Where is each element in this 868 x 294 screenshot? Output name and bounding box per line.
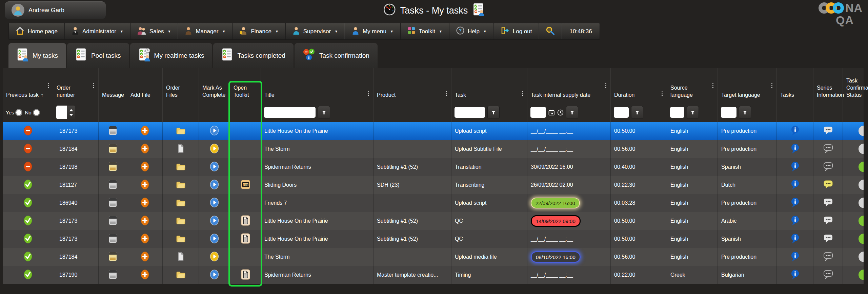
- menu-item-sales[interactable]: Sales▼: [130, 23, 178, 39]
- add-file-icon[interactable]: [140, 269, 149, 281]
- title-filter-input[interactable]: [264, 107, 316, 118]
- add-file-icon[interactable]: [140, 161, 149, 173]
- task-info-icon[interactable]: [791, 143, 800, 155]
- column-header-title[interactable]: Title: [261, 68, 374, 103]
- tab-tasks-completed[interactable]: Tasks completed: [213, 43, 294, 68]
- duration-filter-funnel-button[interactable]: [631, 106, 643, 119]
- message-icon[interactable]: [108, 252, 117, 263]
- source-language-filter-input[interactable]: [670, 107, 684, 118]
- column-menu-icon[interactable]: [367, 90, 370, 97]
- user-badge[interactable]: Andrew Garb: [5, 1, 106, 19]
- message-icon[interactable]: [108, 216, 117, 227]
- task-info-icon[interactable]: [791, 197, 800, 209]
- task-info-icon[interactable]: [791, 233, 800, 245]
- mark-as-complete-play-icon[interactable]: [210, 180, 219, 191]
- order-files-file-icon[interactable]: [177, 144, 184, 154]
- add-file-icon[interactable]: [140, 143, 149, 155]
- tab-my-realtime-tasks[interactable]: My realtime tasks: [130, 43, 213, 68]
- message-icon[interactable]: [108, 234, 117, 245]
- open-toolkit-document-icon[interactable]: [241, 215, 250, 227]
- mark-as-complete-play-icon[interactable]: [210, 270, 219, 281]
- task-info-icon[interactable]: [791, 179, 800, 191]
- table-row[interactable]: 187184The StormUpload media file08/10/20…: [3, 248, 864, 266]
- add-file-icon[interactable]: [140, 251, 149, 263]
- task-info-icon[interactable]: [791, 215, 800, 227]
- mark-as-complete-play-icon[interactable]: [210, 144, 219, 155]
- column-header-open-toolkit[interactable]: Open Toolkit: [230, 68, 261, 103]
- mark-as-complete-play-icon[interactable]: [210, 252, 219, 263]
- series-information-bubble-icon[interactable]: [823, 180, 833, 190]
- order-files-folder-icon[interactable]: [176, 162, 186, 172]
- mark-as-complete-play-icon[interactable]: [210, 234, 219, 245]
- series-information-bubble-icon[interactable]: [823, 198, 833, 208]
- column-menu-icon[interactable]: [47, 82, 50, 89]
- column-header-add-file[interactable]: Add File: [127, 68, 163, 103]
- column-header-tasks[interactable]: Tasks: [777, 68, 813, 103]
- tab-task-confirmation[interactable]: Task confirmation: [295, 43, 378, 68]
- mark-as-complete-play-icon[interactable]: [210, 162, 219, 173]
- order-number-filter-input[interactable]: [56, 106, 67, 119]
- column-menu-icon[interactable]: [604, 82, 607, 89]
- task-filter-input[interactable]: [455, 107, 485, 118]
- column-header-target-language[interactable]: Target language: [718, 68, 777, 103]
- menu-item-manager[interactable]: Manager▼: [178, 23, 233, 39]
- message-icon[interactable]: [108, 180, 117, 191]
- table-row[interactable]: 187198Spiderman ReturnsSubtitling #1 (52…: [3, 158, 864, 176]
- table-row[interactable]: 187173Little House On the PrairieSubtitl…: [3, 230, 864, 248]
- open-toolkit-cc-icon[interactable]: CC: [241, 180, 250, 191]
- column-menu-icon[interactable]: [445, 90, 448, 97]
- column-header-series-information[interactable]: Series Information: [813, 68, 843, 103]
- tab-my-tasks[interactable]: My tasks: [8, 43, 66, 68]
- order-files-folder-icon[interactable]: [176, 198, 186, 208]
- column-header-message[interactable]: Message: [99, 68, 127, 103]
- column-header-previous-task[interactable]: Previous task↑: [3, 68, 53, 103]
- source-language-filter-funnel-button[interactable]: [687, 106, 699, 119]
- mark-as-complete-play-icon[interactable]: [210, 126, 219, 137]
- column-menu-icon[interactable]: [711, 82, 714, 89]
- series-information-bubble-icon[interactable]: [823, 162, 833, 172]
- tab-pool-tasks[interactable]: Pool tasks: [67, 43, 129, 68]
- series-information-bubble-icon[interactable]: [823, 216, 833, 226]
- mark-as-complete-play-icon[interactable]: [210, 216, 219, 227]
- target-language-filter-funnel-button[interactable]: [739, 106, 751, 119]
- order-files-file-icon[interactable]: [177, 252, 184, 262]
- column-header-order-files[interactable]: Order Files: [163, 68, 199, 103]
- table-row[interactable]: 186940Friends 7Upload script22/09/2022 1…: [3, 194, 864, 212]
- spinner-down-button[interactable]: [69, 114, 73, 116]
- order-files-folder-icon[interactable]: [176, 234, 186, 244]
- column-header-product[interactable]: Product: [374, 68, 451, 103]
- add-file-icon[interactable]: [140, 179, 149, 191]
- menu-item-search[interactable]: [539, 23, 562, 39]
- column-header-order-number[interactable]: Order number: [53, 68, 99, 103]
- column-header-supply-date[interactable]: Task internal supply date: [527, 68, 611, 103]
- column-menu-icon[interactable]: [770, 82, 773, 89]
- series-information-bubble-icon[interactable]: [823, 144, 833, 154]
- open-toolkit-document-icon[interactable]: [241, 269, 250, 281]
- message-icon[interactable]: [108, 126, 117, 137]
- column-header-mark-as-complete[interactable]: Mark As Complete: [199, 68, 230, 103]
- table-row[interactable]: 187190Spiderman ReturnsMaster template c…: [3, 266, 864, 284]
- message-icon[interactable]: [108, 162, 117, 173]
- menu-item-toolkit[interactable]: Toolkit▼: [401, 23, 449, 39]
- duration-filter-input[interactable]: [614, 107, 629, 118]
- supply-date-filter-input[interactable]: [530, 107, 546, 118]
- task-info-icon[interactable]: [791, 125, 800, 137]
- table-row[interactable]: 187173Little House On the PrairieSubtitl…: [3, 212, 864, 230]
- task-filter-funnel-button[interactable]: [487, 106, 500, 119]
- title-filter-funnel-button[interactable]: [318, 106, 330, 119]
- order-files-folder-icon[interactable]: [176, 180, 186, 190]
- message-icon[interactable]: [108, 198, 117, 209]
- menu-item-my-menu[interactable]: My menu▼: [345, 23, 401, 39]
- previous-task-filter-yes-radio[interactable]: [15, 109, 22, 116]
- task-info-icon[interactable]: [791, 269, 800, 281]
- order-files-folder-icon[interactable]: [176, 270, 186, 280]
- column-header-duration[interactable]: Duration: [611, 68, 667, 103]
- order-files-folder-icon[interactable]: [176, 126, 186, 136]
- series-information-bubble-icon[interactable]: [823, 126, 833, 136]
- mark-as-complete-play-icon[interactable]: [210, 198, 219, 209]
- add-file-icon[interactable]: [140, 233, 149, 245]
- column-menu-icon[interactable]: [661, 90, 664, 97]
- open-toolkit-document-icon[interactable]: [241, 233, 250, 245]
- task-info-icon[interactable]: [791, 251, 800, 263]
- column-header-source-language[interactable]: Source language: [667, 68, 718, 103]
